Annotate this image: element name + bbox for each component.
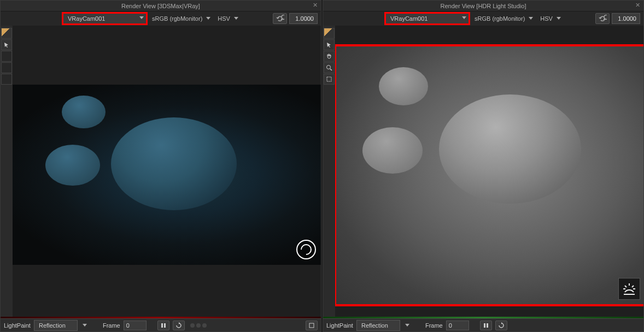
frame-label: Frame <box>425 322 443 329</box>
render-image <box>13 85 321 265</box>
progress-bar <box>323 317 643 318</box>
pause-button[interactable] <box>157 321 169 330</box>
content-area <box>1 26 321 318</box>
render-image <box>335 45 643 305</box>
vray-logo-icon <box>296 240 316 259</box>
title-bar: Render View [3DSMax|VRay] ✕ <box>1 1 321 11</box>
svg-rect-21 <box>484 323 485 328</box>
svg-point-11 <box>327 66 331 69</box>
svg-line-12 <box>330 69 332 70</box>
svg-rect-4 <box>161 323 163 328</box>
svg-marker-10 <box>557 17 561 20</box>
svg-line-16 <box>632 286 634 287</box>
render-view-right-panel: Render View [HDR Light Studio] ✕ VRayCam… <box>323 0 644 332</box>
toolbar-spacer <box>326 19 383 19</box>
top-toolbar: VRayCam001 sRGB (rgbMonitor) HSV 1.0000 <box>323 11 643 26</box>
close-icon[interactable]: ✕ <box>635 2 640 9</box>
toolbar-spacer <box>4 19 61 19</box>
frame-field[interactable]: 0 <box>124 321 147 330</box>
refresh-icon <box>276 15 284 22</box>
refresh-button[interactable] <box>273 13 287 24</box>
arrow-tool-icon[interactable] <box>324 39 335 50</box>
progress-bar <box>1 317 321 318</box>
teacup <box>62 96 106 128</box>
svg-marker-9 <box>529 17 533 20</box>
svg-rect-7 <box>309 323 314 328</box>
title-bar: Render View [HDR Light Studio] ✕ <box>323 1 643 11</box>
colormodel-label: HSV <box>540 15 553 22</box>
tool-slot[interactable] <box>1 51 12 62</box>
chevron-down-icon[interactable] <box>403 323 411 328</box>
chevron-down-icon[interactable] <box>232 16 240 21</box>
tool-slot[interactable] <box>1 62 12 73</box>
exposure-value: 1.0000 <box>295 15 314 22</box>
refresh-button[interactable] <box>595 13 610 24</box>
brush-tool-icon[interactable] <box>324 28 335 39</box>
pause-icon <box>483 323 489 328</box>
svg-rect-22 <box>487 323 488 328</box>
maximize-button[interactable] <box>306 321 318 330</box>
chevron-down-icon[interactable] <box>81 323 89 328</box>
chevron-down-icon[interactable] <box>555 16 563 21</box>
exposure-value: 1.0000 <box>618 15 636 22</box>
svg-marker-6 <box>179 322 180 324</box>
frame-label: Frame <box>103 322 120 329</box>
render-viewport[interactable] <box>335 26 643 318</box>
zoom-tool-icon[interactable] <box>324 62 335 73</box>
lightpaint-label: LightPaint <box>4 322 31 329</box>
status-bar: LightPaint Reflection Frame 0 <box>1 318 321 331</box>
pause-icon <box>161 323 166 328</box>
pause-button[interactable] <box>480 321 492 330</box>
refresh-icon <box>598 15 607 22</box>
crop-tool-icon[interactable] <box>324 74 335 85</box>
camera-dropdown[interactable]: VRayCam001 <box>63 13 147 24</box>
colormodel-label: HSV <box>218 15 230 22</box>
close-icon[interactable]: ✕ <box>313 2 318 9</box>
frame-value: 0 <box>449 322 452 329</box>
brush-tool-icon[interactable] <box>1 28 12 39</box>
status-bar: LightPaint Reflection Frame 0 <box>323 318 643 331</box>
svg-marker-3 <box>83 324 87 327</box>
refresh-button[interactable] <box>173 321 185 330</box>
window-title: Render View [3DSMax|VRay] <box>121 3 200 9</box>
frame-field[interactable]: 0 <box>446 321 469 330</box>
lightpaint-label: LightPaint <box>326 322 353 329</box>
lightpaint-mode-dropdown[interactable]: Reflection <box>356 320 400 331</box>
side-toolbar <box>323 26 335 318</box>
teapot <box>439 94 581 204</box>
svg-rect-5 <box>164 323 166 328</box>
lightpaint-mode-dropdown[interactable]: Reflection <box>34 320 78 331</box>
frame-value: 0 <box>126 322 130 329</box>
svg-line-15 <box>625 286 627 287</box>
teapot <box>111 117 237 210</box>
svg-marker-2 <box>234 17 238 20</box>
lightpaint-mode-value: Reflection <box>39 322 66 329</box>
refresh-icon <box>498 322 505 329</box>
exposure-field[interactable]: 1.0000 <box>612 13 640 24</box>
arrow-tool-icon[interactable] <box>1 39 12 50</box>
tool-slot[interactable] <box>1 74 12 85</box>
top-toolbar: VRayCam001 sRGB (rgbMonitor) HSV 1.0000 <box>1 11 321 26</box>
hand-tool-icon[interactable] <box>324 51 335 62</box>
colorspace-label: sRGB (rgbMonitor) <box>475 15 525 22</box>
teacup <box>379 67 428 105</box>
svg-marker-20 <box>405 324 409 327</box>
svg-marker-23 <box>501 322 502 324</box>
teacup <box>45 145 100 186</box>
chevron-down-icon[interactable] <box>527 16 535 21</box>
maximize-icon <box>309 323 314 328</box>
colorspace-label: sRGB (rgbMonitor) <box>152 15 202 22</box>
chevron-down-icon <box>462 16 466 20</box>
side-toolbar <box>1 26 13 318</box>
camera-dropdown[interactable]: VRayCam001 <box>385 13 469 24</box>
lightpaint-mode-value: Reflection <box>361 322 388 329</box>
exposure-field[interactable]: 1.0000 <box>289 13 318 24</box>
chevron-down-icon[interactable] <box>204 16 212 21</box>
camera-value: VRayCam001 <box>68 15 105 22</box>
render-viewport[interactable] <box>13 26 321 318</box>
hdr-sun-logo-icon <box>618 278 640 300</box>
status-dots <box>190 323 207 328</box>
svg-marker-1 <box>206 17 210 20</box>
svg-marker-8 <box>462 16 466 19</box>
refresh-button[interactable] <box>495 321 507 330</box>
